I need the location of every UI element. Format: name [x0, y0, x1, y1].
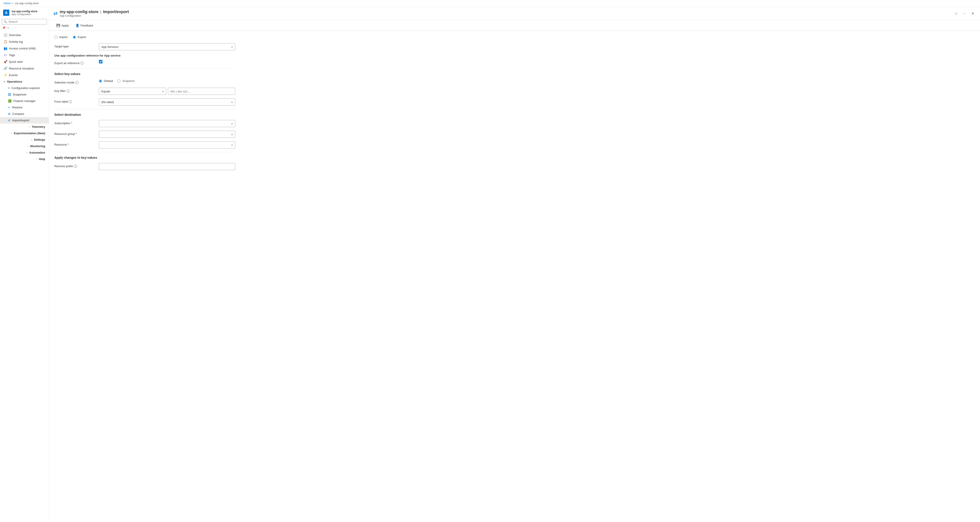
- sidebar-group-telemetry-label: Telemetry: [32, 125, 45, 129]
- close-button[interactable]: ✕: [970, 11, 975, 16]
- from-label-select[interactable]: (No label) ∨: [99, 98, 235, 106]
- sidebar-item-restore[interactable]: ↩ Restore: [0, 104, 49, 111]
- app-config-section-header: Use app configuration reference for App …: [54, 54, 235, 57]
- sidebar-group-help[interactable]: › Help: [0, 156, 49, 162]
- sidebar-group-settings[interactable]: › Settings: [0, 136, 49, 143]
- default-mode-radio[interactable]: [99, 79, 102, 83]
- selection-mode-control: Default Snapshot: [99, 79, 235, 83]
- key-filter-info-icon[interactable]: i: [67, 89, 70, 93]
- subscription-control: ∨: [99, 120, 235, 127]
- apply-label: Apply: [62, 24, 69, 27]
- from-label-chevron-icon: ∨: [231, 101, 233, 103]
- sidebar-item-activity-log[interactable]: 📋 Activity log: [0, 38, 49, 45]
- export-radio-option[interactable]: Export: [73, 35, 86, 39]
- key-filter-text-input[interactable]: [168, 88, 235, 95]
- access-control-icon: 👥: [3, 46, 7, 50]
- feature-manager-icon: 🟩: [8, 99, 11, 103]
- form-content: Import Export Target type App Services ∨: [49, 31, 240, 178]
- resource-group-select[interactable]: ∨: [99, 131, 235, 138]
- import-radio-label: Import: [59, 35, 67, 39]
- resource-group-control: ∨: [99, 131, 235, 138]
- feedback-button[interactable]: 👤 Feedback: [73, 22, 96, 29]
- breadcrumb: Home > my-app-config-store: [0, 0, 980, 7]
- subscription-select[interactable]: ∨: [99, 120, 235, 127]
- selection-mode-info-icon[interactable]: i: [75, 81, 78, 84]
- resource-visualizer-icon: 🔗: [3, 67, 7, 70]
- breadcrumb-separator: >: [11, 2, 13, 5]
- search-collapse-button[interactable]: «: [7, 26, 10, 30]
- import-radio-option[interactable]: Import: [54, 35, 67, 39]
- toolbar: 💾 Apply 👤 Feedback: [49, 20, 980, 31]
- sidebar-item-quick-start[interactable]: 🚀 Quick start: [0, 58, 49, 65]
- monitoring-chevron-icon: ›: [28, 145, 29, 148]
- key-filter-row: Key filter i Equals ∨: [54, 88, 235, 95]
- sidebar-group-experimentation[interactable]: › Experimentation (New): [0, 130, 49, 136]
- sidebar-item-snapshots[interactable]: 🖼 Snapshots: [0, 91, 49, 98]
- sidebar-resource-name: my-app-config-store: [11, 10, 37, 13]
- sidebar-group-monitoring[interactable]: › Monitoring: [0, 143, 49, 149]
- sidebar-item-access-control[interactable]: 👥 Access control (IAM): [0, 45, 49, 52]
- favorite-button[interactable]: ☆: [953, 11, 959, 16]
- sidebar-group-automation[interactable]: › Automation: [0, 149, 49, 156]
- settings-chevron-icon: ›: [31, 138, 32, 141]
- sidebar-item-events[interactable]: ⚡ Events: [0, 72, 49, 78]
- breadcrumb-home[interactable]: Home: [3, 2, 11, 5]
- from-label-control: (No label) ∨: [99, 98, 235, 106]
- resource-label: Resource *: [54, 141, 99, 146]
- sidebar-item-activity-log-label: Activity log: [9, 40, 23, 43]
- svg-text:A: A: [5, 11, 8, 15]
- breadcrumb-current: my-app-config-store: [15, 2, 39, 5]
- export-radio[interactable]: [73, 36, 76, 39]
- from-label-info-icon[interactable]: i: [69, 100, 72, 103]
- sidebar-item-overview[interactable]: ⬜ Overview: [0, 32, 49, 38]
- sidebar-item-import-export[interactable]: ⇄ Import/export: [0, 117, 49, 124]
- resource-group-label: Resource group *: [54, 131, 99, 136]
- apply-icon: 💾: [56, 24, 60, 27]
- target-type-row: Target type App Services ∨: [54, 43, 235, 50]
- from-label-label: From label i: [54, 98, 99, 103]
- sidebar-item-resource-visualizer[interactable]: 🔗 Resource visualizer: [0, 65, 49, 72]
- target-type-select[interactable]: App Services ∨: [99, 43, 235, 50]
- snapshot-mode-radio[interactable]: [118, 79, 121, 83]
- sidebar-item-feature-manager[interactable]: 🟩 Feature manager: [0, 98, 49, 104]
- sidebar-search-box[interactable]: 🔍: [2, 19, 47, 24]
- sidebar-item-resource-visualizer-label: Resource visualizer: [9, 67, 34, 70]
- remove-prefix-input[interactable]: [99, 163, 235, 170]
- sidebar-group-telemetry[interactable]: › Telemetry: [0, 124, 49, 130]
- remove-prefix-label: Remove prefix i: [54, 163, 99, 168]
- overview-icon: ⬜: [3, 33, 7, 37]
- default-mode-option[interactable]: Default: [99, 79, 113, 83]
- select-key-values-header: Select key-values: [54, 72, 235, 76]
- feedback-icon: 👤: [75, 24, 79, 27]
- page-title-section: my-app-config-store | Import/export App …: [60, 10, 951, 17]
- resource-group-row: Resource group * ∨: [54, 131, 235, 138]
- sidebar-group-operations[interactable]: ∨ Operations: [0, 78, 49, 85]
- resource-select[interactable]: ∨: [99, 141, 235, 149]
- key-filter-equals-select[interactable]: Equals ∨: [99, 88, 166, 95]
- sidebar: A my-app-config-store App Configuration …: [0, 7, 49, 522]
- apply-button[interactable]: 💾 Apply: [54, 22, 72, 29]
- key-filter-label: Key filter i: [54, 88, 99, 93]
- sidebar-item-compare[interactable]: ⊞ Compare: [0, 111, 49, 117]
- snapshot-mode-option[interactable]: Snapshot: [118, 79, 135, 83]
- tags-icon: 🏷: [3, 53, 7, 57]
- search-input[interactable]: [8, 20, 46, 23]
- key-filter-equals-value: Equals: [101, 90, 110, 93]
- export-as-reference-info-icon[interactable]: i: [80, 62, 84, 65]
- sidebar-resource-type: App Configuration: [11, 13, 37, 16]
- search-pin-button[interactable]: 📌: [2, 26, 6, 30]
- sidebar-item-feature-manager-label: Feature manager: [13, 99, 36, 103]
- experimentation-chevron-icon: ›: [11, 132, 12, 135]
- more-options-button[interactable]: ···: [962, 11, 967, 16]
- import-radio[interactable]: [54, 36, 57, 39]
- export-as-reference-checkbox[interactable]: [99, 60, 102, 63]
- sidebar-group-help-label: Help: [39, 157, 45, 161]
- sidebar-item-config-explorer[interactable]: ≡ Configuration explorer: [0, 85, 49, 91]
- sidebar-item-tags[interactable]: 🏷 Tags: [0, 52, 49, 58]
- from-label-row: From label i (No label) ∨: [54, 98, 235, 106]
- target-type-control: App Services ∨: [99, 43, 235, 50]
- remove-prefix-info-icon[interactable]: i: [74, 165, 77, 168]
- config-explorer-icon: ≡: [8, 86, 10, 90]
- page-title-separator: |: [100, 10, 101, 14]
- sidebar-group-monitoring-label: Monitoring: [30, 144, 45, 148]
